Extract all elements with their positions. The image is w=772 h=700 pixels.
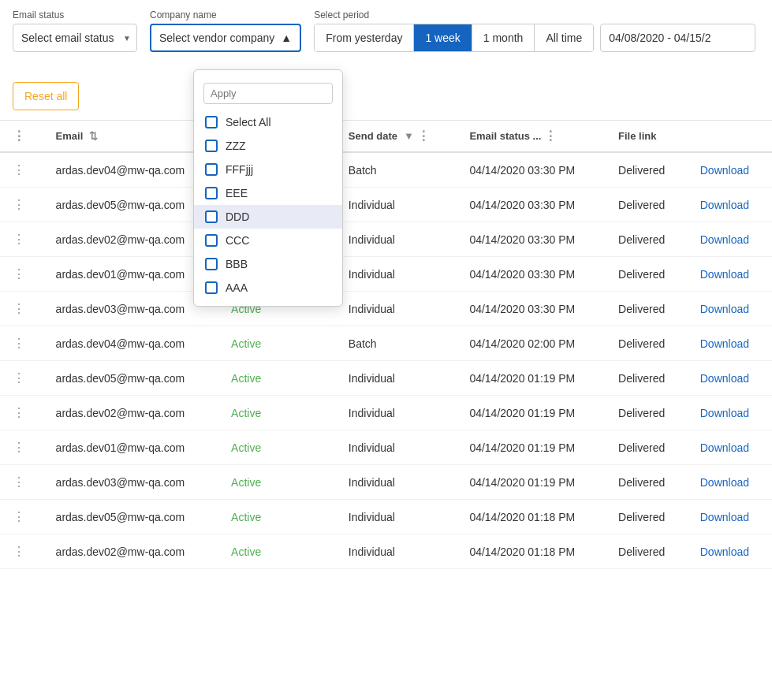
email-sort-icon[interactable]: ⇅ [89,130,98,142]
row-dots-cell: ⋮ [0,257,43,292]
dropdown-checkbox[interactable] [205,116,218,128]
download-link[interactable]: Download [700,476,749,489]
dropdown-checkbox[interactable] [205,163,218,176]
row-dots-cell: ⋮ [0,222,43,257]
row-dots-icon[interactable]: ⋮ [13,545,25,558]
company-name-filter: Company name Select vendor company ▲ [150,9,301,52]
row-file-link-cell: Download [688,465,772,500]
table-row: ⋮ardas.dev03@mw-qa.comActiveIndividual04… [0,292,772,326]
dropdown-item[interactable]: BBB [194,252,342,276]
download-link[interactable]: Download [700,268,749,281]
row-send-date: 04/14/2020 02:00 PM [457,326,606,361]
dropdown-search-input[interactable] [203,83,333,104]
dropdown-item[interactable]: ZZZ [194,134,342,158]
dropdown-item-label: EEE [226,187,248,199]
period-alltime-button[interactable]: All time [535,24,593,51]
dropdown-checkbox[interactable] [205,281,218,294]
send-date-sort-icon[interactable]: ▼ [404,130,414,142]
row-file-link-cell: Download [688,257,772,292]
th-email-status-label: Email status ... [469,130,541,142]
dropdown-item[interactable]: EEE [194,181,342,205]
row-dots-icon[interactable]: ⋮ [13,371,25,385]
dropdown-checkbox[interactable] [205,140,218,152]
row-dots-icon[interactable]: ⋮ [13,302,25,315]
status-badge: Active [231,372,261,385]
row-mailing-type: Individual [336,257,457,292]
download-link[interactable]: Download [700,199,749,211]
th-send-date: Send date ▼ ⋮ [336,121,457,152]
download-link[interactable]: Download [700,303,749,315]
row-email: ardas.dev05@mw-qa.com [43,500,219,534]
row-dots-icon[interactable]: ⋮ [13,163,25,177]
row-file-link-cell: Download [688,430,772,465]
row-file-link-cell: Download [688,152,772,188]
toolbar: Email status Select email status ▼ Compa… [0,0,772,121]
row-send-date: 04/14/2020 01:19 PM [457,430,606,465]
row-email-status: Delivered [606,326,688,361]
download-link[interactable]: Download [700,233,749,246]
row-status-badge: Active [218,465,336,500]
th-email-status: Email status ... ⋮ [457,121,606,152]
row-send-date: 04/14/2020 03:30 PM [457,292,606,326]
reset-all-button[interactable]: Reset all [13,82,79,110]
row-send-date: 04/14/2020 03:30 PM [457,222,606,257]
dropdown-item[interactable]: CCC [194,229,342,252]
row-mailing-type: Individual [336,430,457,465]
row-status-badge: Active [218,500,336,534]
th-email-label: Email [56,130,84,142]
dropdown-checkbox[interactable] [205,210,218,223]
row-dots-icon[interactable]: ⋮ [13,233,25,246]
date-range-input[interactable] [600,24,755,52]
download-link[interactable]: Download [700,407,749,419]
row-dots-cell: ⋮ [0,430,43,465]
row-mailing-type: Individual [336,396,457,430]
row-status-badge: Active [218,361,336,396]
table-row: ⋮ardas.dev04@mw-qa.comBatch04/14/2020 03… [0,152,772,188]
th-email: Email ⇅ [43,121,219,152]
th-send-date-label: Send date [349,130,397,142]
dropdown-checkbox[interactable] [205,234,218,247]
email-status-dots-icon[interactable]: ⋮ [544,128,557,143]
download-link[interactable]: Download [700,164,749,177]
download-link[interactable]: Download [700,372,749,385]
row-dots-icon[interactable]: ⋮ [13,441,25,454]
row-email-status: Delivered [606,257,688,292]
row-send-date: 04/14/2020 01:19 PM [457,396,606,430]
dropdown-checkbox[interactable] [205,187,218,199]
row-email: ardas.dev04@mw-qa.com [43,152,219,188]
row-dots-icon[interactable]: ⋮ [13,337,25,350]
row-dots-icon[interactable]: ⋮ [13,198,25,211]
dropdown-item[interactable]: DDD [194,205,342,229]
column-dots-icon[interactable]: ⋮ [13,129,25,143]
row-dots-icon[interactable]: ⋮ [13,267,25,281]
email-status-select[interactable]: Select email status [13,24,137,52]
row-dots-cell: ⋮ [0,292,43,326]
period-from-yesterday-button[interactable]: From yesterday [315,24,414,51]
period-1month-button[interactable]: 1 month [472,24,535,51]
row-dots-icon[interactable]: ⋮ [13,406,25,419]
row-email-status: Delivered [606,396,688,430]
download-link[interactable]: Download [700,337,749,350]
company-dropdown: Select AllZZZFFFjjjEEEDDDCCCBBBAAA [193,69,343,307]
row-file-link-cell: Download [688,222,772,257]
send-date-dots-icon[interactable]: ⋮ [417,128,430,143]
table-area: ⋮ Email ⇅ Mailing typ... ⋮ Send date [0,121,772,569]
dropdown-item[interactable]: Select All [194,110,342,134]
dropdown-checkbox[interactable] [205,258,218,270]
period-1week-button[interactable]: 1 week [414,24,472,51]
period-buttons-group: From yesterday 1 week 1 month All time [314,24,594,52]
dropdown-item[interactable]: AAA [194,276,342,300]
row-status-badge: Active [218,326,336,361]
row-dots-cell: ⋮ [0,500,43,534]
row-dots-icon[interactable]: ⋮ [13,475,25,489]
download-link[interactable]: Download [700,441,749,454]
company-select-button[interactable]: Select vendor company ▲ [150,24,301,52]
download-link[interactable]: Download [700,511,749,523]
download-link[interactable]: Download [700,545,749,558]
dropdown-item-label: CCC [226,234,249,247]
row-dots-cell: ⋮ [0,326,43,361]
row-dots-icon[interactable]: ⋮ [13,510,25,523]
dropdown-item[interactable]: FFFjjj [194,158,342,181]
row-email-status: Delivered [606,222,688,257]
status-badge: Active [231,476,261,489]
